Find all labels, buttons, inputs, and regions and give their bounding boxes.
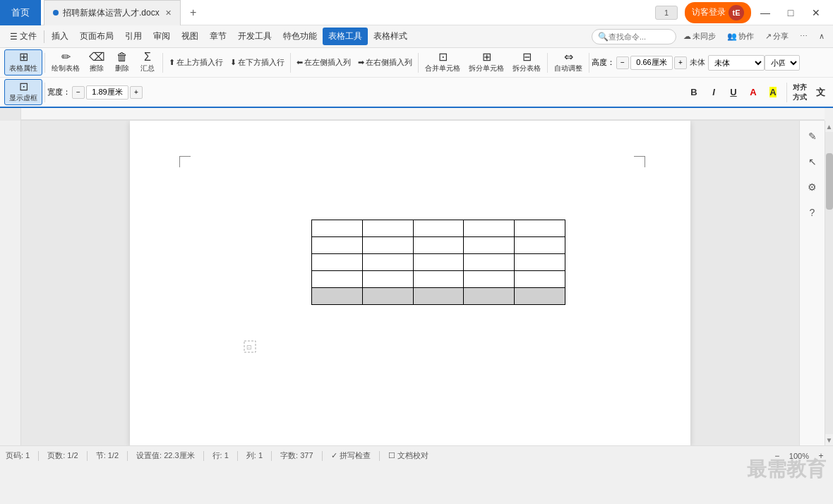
table-cell[interactable] xyxy=(515,220,565,237)
vertical-scrollbar[interactable]: ▲ ▼ xyxy=(825,121,833,445)
tb-sep-1 xyxy=(44,53,45,73)
table-cell[interactable] xyxy=(464,220,515,237)
menu-table-tools[interactable]: 表格工具 xyxy=(323,28,368,45)
auto-adjust-button[interactable]: ⇔ 自动调整 xyxy=(550,50,587,75)
menu-file[interactable]: ☰ 文件 xyxy=(4,28,42,45)
collapse-ribbon-button[interactable]: ∧ xyxy=(815,30,829,43)
table-cell[interactable] xyxy=(362,237,413,254)
width-increase-button[interactable]: + xyxy=(130,86,143,99)
select-tool-button[interactable]: ↖ xyxy=(803,152,822,172)
split-cells-button[interactable]: ⊞ 拆分单元格 xyxy=(465,50,508,75)
doc-tab[interactable]: 招聘新媒体运营人才.docx ✕ xyxy=(44,0,181,25)
help-button[interactable]: ? xyxy=(803,203,822,222)
sync-button[interactable]: ☁ 未同步 xyxy=(679,29,720,44)
file-icon: ☰ xyxy=(10,32,18,42)
zoom-out-button[interactable]: − xyxy=(771,450,784,462)
table-cell[interactable] xyxy=(464,237,515,254)
insert-row-below-button[interactable]: ⬇ 在下方插入行 xyxy=(227,56,288,69)
insert-col-right-button[interactable]: ➡ 在右侧插入列 xyxy=(354,56,416,69)
table-cell[interactable] xyxy=(362,271,413,288)
doc-align[interactable]: ☐ 文档校对 xyxy=(388,450,429,461)
font-size-select[interactable]: 小四四号小三三号小二二号 xyxy=(765,55,800,71)
visitor-login-button[interactable]: 访客登录 tE xyxy=(685,2,751,23)
draw-table-button[interactable]: ✏ 绘制表格 xyxy=(47,50,84,75)
maximize-button[interactable]: □ xyxy=(779,3,802,23)
bold-button[interactable]: B xyxy=(685,85,702,100)
split-table-button[interactable]: ⊟ 拆分表格 xyxy=(508,50,545,75)
table-cell[interactable] xyxy=(464,254,515,271)
scroll-thumb[interactable] xyxy=(826,153,833,210)
merge-cells-button[interactable]: ⊡ 合并单元格 xyxy=(421,50,465,75)
table-cell[interactable] xyxy=(362,254,413,271)
table-cell[interactable] xyxy=(312,254,363,271)
menu-devtools[interactable]: 开发工具 xyxy=(232,28,277,45)
table-cell[interactable] xyxy=(312,237,363,254)
italic-button[interactable]: I xyxy=(705,85,722,100)
share-button[interactable]: ↗ 分享 xyxy=(761,29,793,44)
table-cell-shaded[interactable] xyxy=(362,288,413,305)
table-cell[interactable] xyxy=(515,237,565,254)
document-area[interactable]: ⊡ xyxy=(21,121,799,445)
table-cell[interactable] xyxy=(312,220,363,237)
scroll-down-button[interactable]: ▼ xyxy=(825,434,834,445)
align-button[interactable]: 对齐方式 xyxy=(792,85,809,100)
scroll-track[interactable] xyxy=(825,132,833,434)
table-cell[interactable] xyxy=(362,220,413,237)
font-select[interactable]: 未体宋体黑体楷体微软雅黑 xyxy=(708,55,765,71)
font-color-button[interactable]: A xyxy=(745,85,762,100)
sum-button[interactable]: Σ 汇总 xyxy=(135,50,160,75)
insert-col-left-button[interactable]: ⬅ 在左侧插入列 xyxy=(293,56,354,69)
zoom-in-button[interactable]: + xyxy=(815,450,827,462)
table-cell[interactable] xyxy=(312,271,363,288)
table-cell[interactable] xyxy=(515,254,565,271)
menu-pagelayout[interactable]: 页面布局 xyxy=(74,28,119,45)
settings-tool-button[interactable]: ⚙ xyxy=(803,177,822,197)
menu-table-style[interactable]: 表格样式 xyxy=(368,28,413,45)
menu-reference[interactable]: 引用 xyxy=(119,28,148,45)
new-tab-button[interactable]: + xyxy=(184,3,203,23)
menu-view[interactable]: 视图 xyxy=(176,28,204,45)
menu-review[interactable]: 审阅 xyxy=(148,28,176,45)
home-tab[interactable]: 首页 xyxy=(0,0,41,25)
scroll-up-button[interactable]: ▲ xyxy=(825,121,834,132)
show-virtual-border-button[interactable]: ⊡ 显示虚框 xyxy=(4,79,42,105)
command-search[interactable]: 🔍 xyxy=(592,29,676,44)
title-bar: 首页 招聘新媒体运营人才.docx ✕ + 1 访客登录 tE — □ ✕ xyxy=(0,0,833,25)
insert-row-above-button[interactable]: ⬆ 在上方插入行 xyxy=(165,56,227,69)
minimize-button[interactable]: — xyxy=(754,3,777,23)
highlight-button[interactable]: A xyxy=(765,85,781,100)
table-cell[interactable] xyxy=(413,220,464,237)
table-cell[interactable] xyxy=(464,271,515,288)
width-decrease-button[interactable]: − xyxy=(72,86,85,99)
more-menu-button[interactable]: ⋯ xyxy=(796,30,812,43)
edit-tool-button[interactable]: ✎ xyxy=(803,126,822,146)
table-properties-button[interactable]: ⊞ 表格属性 xyxy=(4,49,42,76)
table-cell[interactable] xyxy=(515,271,565,288)
underline-button[interactable]: U xyxy=(725,85,742,100)
table-cell-shaded[interactable] xyxy=(515,288,565,305)
status-sep-4 xyxy=(203,451,204,461)
table-cell[interactable] xyxy=(413,237,464,254)
close-button[interactable]: ✕ xyxy=(805,3,827,23)
table-cell[interactable] xyxy=(413,254,464,271)
menu-insert[interactable]: 插入 xyxy=(46,28,74,45)
table-cell[interactable] xyxy=(413,271,464,288)
erase-button[interactable]: ⌫ 擦除 xyxy=(84,50,109,75)
width-input[interactable] xyxy=(86,85,128,100)
height-increase-button[interactable]: + xyxy=(674,56,687,69)
delete-button[interactable]: 🗑 删除 xyxy=(109,50,135,75)
table-cell-shaded[interactable] xyxy=(413,288,464,305)
table-cell-shaded[interactable] xyxy=(312,288,363,305)
spell-check[interactable]: ✓ 拼写检查 xyxy=(331,450,371,461)
height-decrease-button[interactable]: − xyxy=(616,56,629,69)
table-cell-shaded[interactable] xyxy=(464,288,515,305)
doc-tab-close[interactable]: ✕ xyxy=(165,8,172,18)
collaborate-button[interactable]: 👥 协作 xyxy=(723,29,758,44)
command-search-input[interactable] xyxy=(609,32,672,41)
insert-row-above-icon: ⬆ xyxy=(169,58,175,67)
document-table[interactable] xyxy=(311,220,565,305)
menu-special[interactable]: 特色功能 xyxy=(277,28,323,45)
height-input[interactable] xyxy=(630,56,673,70)
menu-section[interactable]: 章节 xyxy=(204,28,232,45)
text-direction-button[interactable]: 文 xyxy=(812,85,829,100)
